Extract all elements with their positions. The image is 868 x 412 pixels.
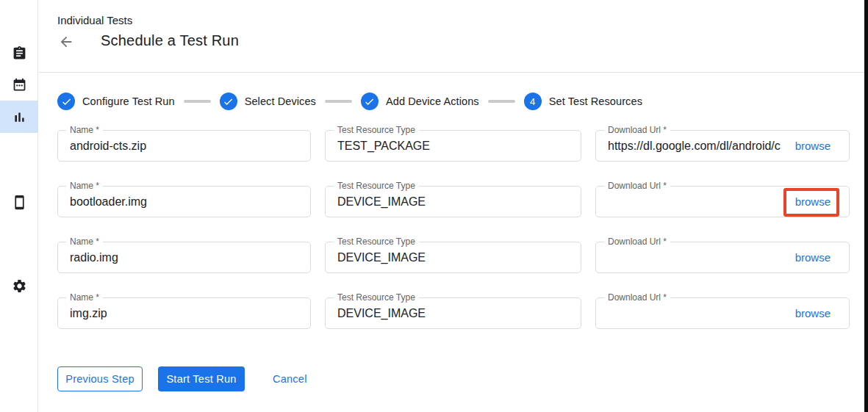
download-url-field[interactable]: Download Url * browse (595, 297, 850, 329)
step-label: Add Device Actions (386, 95, 479, 107)
browse-button[interactable]: browse (795, 195, 849, 208)
cancel-button[interactable]: Cancel (273, 366, 307, 391)
download-url-field-value: https://dl.google.com/dl/android/c (596, 140, 789, 153)
name-field-label: Name * (66, 126, 103, 135)
step-set-test-resources[interactable]: 4 Set Test Resources (524, 93, 642, 110)
browse-button[interactable]: browse (795, 307, 849, 319)
step-add-device-actions[interactable]: Add Device Actions (361, 93, 479, 110)
name-field-value: bootloader.img (58, 195, 310, 209)
step-label: Set Test Resources (549, 95, 642, 107)
sidebar-item-devices[interactable] (0, 186, 38, 218)
resource-type-field-label: Test Resource Type (334, 126, 419, 135)
download-url-field-label: Download Url * (604, 126, 670, 135)
download-url-field-label: Download Url * (604, 237, 670, 247)
action-bar: Previous Step Start Test Run Cancel (57, 366, 307, 391)
step-connector (184, 100, 211, 103)
download-url-field-label: Download Url * (604, 181, 670, 191)
resource-type-field-label: Test Resource Type (334, 237, 419, 247)
check-icon (223, 96, 234, 107)
name-field[interactable]: Name * radio.img (57, 242, 311, 273)
gear-icon (12, 278, 27, 294)
resource-type-field[interactable]: Test Resource Type DEVICE_IMAGE (325, 242, 581, 273)
browse-button[interactable]: browse (795, 251, 849, 264)
resource-type-field-value: DEVICE_IMAGE (326, 307, 581, 320)
previous-step-button[interactable]: Previous Step (57, 366, 143, 391)
sidebar-item-settings[interactable] (0, 270, 38, 302)
name-field-value: android-cts.zip (58, 140, 310, 153)
browse-button[interactable]: browse (795, 140, 849, 152)
download-url-field[interactable]: Download Url * browse (595, 242, 850, 273)
resource-type-field[interactable]: Test Resource Type DEVICE_IMAGE (325, 297, 581, 329)
step-complete-badge (57, 93, 75, 110)
sidebar-item-tests[interactable] (0, 37, 38, 69)
header-divider (39, 72, 864, 73)
download-url-field-label: Download Url * (604, 293, 670, 303)
step-number-badge: 4 (524, 93, 542, 110)
name-field-label: Name * (66, 293, 103, 303)
resource-type-field-value: TEST_PACKAGE (326, 140, 581, 153)
name-field[interactable]: Name * bootloader.img (57, 186, 311, 217)
resource-type-field[interactable]: Test Resource Type TEST_PACKAGE (325, 130, 581, 162)
window-edge (864, 0, 868, 412)
check-icon (364, 96, 375, 107)
step-connector (325, 100, 352, 103)
step-number: 4 (530, 96, 535, 107)
breadcrumb: Individual Tests (57, 14, 132, 26)
sidebar-item-test-runs[interactable] (0, 101, 38, 133)
back-button[interactable] (57, 33, 75, 51)
resource-type-field-label: Test Resource Type (334, 293, 419, 303)
name-field[interactable]: Name * android-cts.zip (57, 130, 311, 162)
download-url-field[interactable]: Download Url * browse (595, 186, 850, 217)
sidebar (0, 0, 38, 412)
resource-type-field-value: DEVICE_IMAGE (326, 251, 581, 264)
calendar-icon (12, 77, 27, 93)
name-field-value: radio.img (58, 251, 310, 264)
name-field-value: img.zip (58, 307, 310, 320)
step-configure-test-run[interactable]: Configure Test Run (57, 93, 175, 110)
step-complete-badge (220, 93, 237, 110)
start-test-run-button[interactable]: Start Test Run (158, 366, 245, 391)
resource-type-field-label: Test Resource Type (334, 181, 419, 191)
test-resources-form: Name * android-cts.zip Test Resource Typ… (57, 130, 850, 329)
step-label: Configure Test Run (82, 95, 175, 107)
stepper: Configure Test Run Select Devices Add De… (57, 93, 642, 110)
step-complete-badge (361, 93, 379, 110)
step-label: Select Devices (245, 95, 316, 107)
resource-type-field[interactable]: Test Resource Type DEVICE_IMAGE (325, 186, 581, 217)
sidebar-item-test-plans[interactable] (0, 68, 38, 101)
app-window: Individual Tests Schedule a Test Run Con… (0, 0, 868, 412)
name-field-label: Name * (66, 181, 103, 191)
download-url-field[interactable]: Download Url * https://dl.google.com/dl/… (595, 130, 850, 162)
clipboard-icon (12, 46, 27, 61)
resource-type-field-value: DEVICE_IMAGE (326, 195, 581, 209)
name-field[interactable]: Name * img.zip (57, 297, 311, 329)
smartphone-icon (12, 195, 27, 210)
page-title: Schedule a Test Run (101, 32, 239, 49)
name-field-label: Name * (66, 237, 103, 247)
arrow-back-icon (58, 34, 74, 50)
step-select-devices[interactable]: Select Devices (220, 93, 316, 110)
bar-chart-icon (12, 109, 27, 125)
check-icon (61, 96, 72, 107)
step-connector (488, 100, 515, 103)
